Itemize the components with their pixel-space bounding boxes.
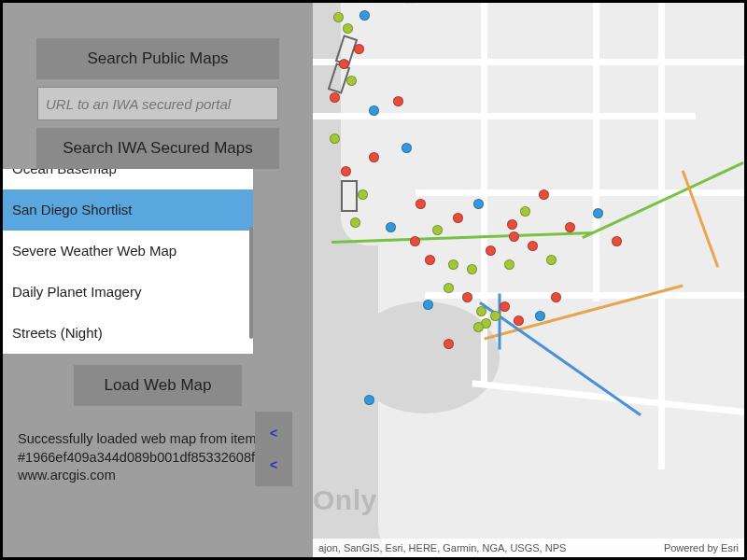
list-item[interactable]: Daily Planet Imagery bbox=[3, 272, 253, 313]
map-results-list[interactable]: Ocean Basemap San Diego Shortlist Severe… bbox=[3, 169, 253, 354]
search-secured-button[interactable]: Search IWA Secured Maps bbox=[36, 128, 279, 169]
map-results-wrap: Ocean Basemap San Diego Shortlist Severe… bbox=[3, 169, 313, 354]
sidebar-panel: Search Public Maps Search IWA Secured Ma… bbox=[3, 3, 313, 557]
attribution-powered-by: Powered by Esri bbox=[664, 542, 739, 553]
map-attribution: ajon, SanGIS, Esri, HERE, Garmin, NGA, U… bbox=[313, 539, 744, 557]
app-root: Search Public Maps Search IWA Secured Ma… bbox=[3, 3, 744, 557]
load-web-map-button[interactable]: Load Web Map bbox=[74, 365, 242, 406]
map-rect-marker bbox=[341, 180, 358, 212]
collapse-handle[interactable]: < < bbox=[255, 412, 292, 486]
basemap-watermark: Only bbox=[313, 484, 377, 516]
list-item[interactable]: Severe Weather Web Map bbox=[3, 231, 253, 272]
chevron-left-icon: < bbox=[270, 426, 277, 441]
attribution-sources: ajon, SanGIS, Esri, HERE, Garmin, NGA, U… bbox=[318, 542, 566, 553]
map-view[interactable]: Only ajon, SanGIS, Esri, HERE, Garmin, N… bbox=[313, 3, 744, 557]
list-item[interactable]: Ocean Basemap bbox=[3, 169, 253, 189]
list-scrollbar-thumb[interactable] bbox=[249, 227, 253, 339]
list-item[interactable]: San Diego Shortlist bbox=[3, 189, 253, 231]
chevron-left-icon: < bbox=[270, 457, 277, 472]
list-item[interactable]: Streets (Night) bbox=[3, 313, 253, 354]
search-public-button[interactable]: Search Public Maps bbox=[36, 38, 279, 79]
secured-portal-url-input[interactable] bbox=[37, 87, 278, 120]
list-scrollbar[interactable] bbox=[247, 169, 253, 354]
